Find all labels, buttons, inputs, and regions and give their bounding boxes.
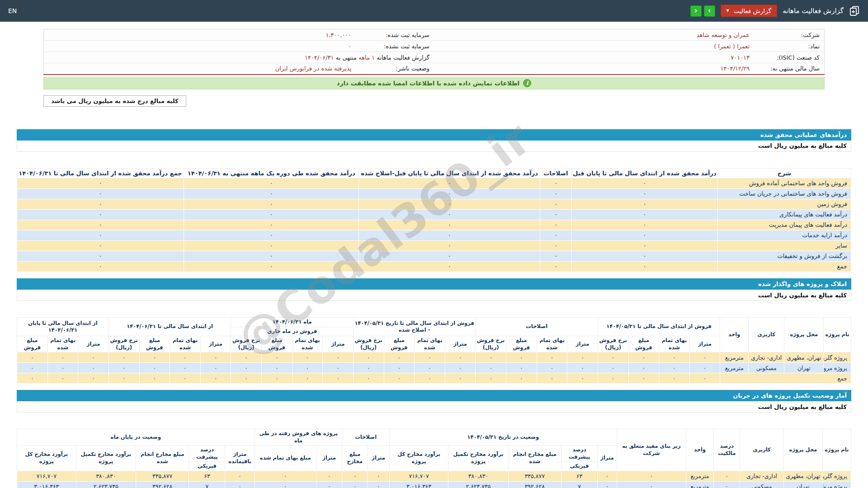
column-header: برآورد مخارج کل پروژه: [17, 446, 76, 471]
report-dropdown-label: گزارش فعالیت: [734, 7, 771, 14]
table-cell: ۰: [567, 373, 598, 384]
report-period-length: ۱ ماهه: [359, 54, 375, 61]
column-header: متراژ: [78, 336, 109, 352]
table-cell: ۰: [225, 481, 255, 488]
table-cell: ۰: [78, 352, 109, 363]
nav-next-button[interactable]: ›: [704, 5, 715, 17]
column-header: مبلغ مخارج انجام شده: [508, 446, 561, 471]
column-header: پروژه های فروش رفته در طی ماه: [255, 429, 342, 446]
table-cell: ۰: [359, 178, 540, 189]
report-period-label: گزارش فعالیت ماهانه: [377, 54, 429, 61]
table-row: درآمد فعالیت های پیمانکاری۰۰۰۰۰: [17, 210, 851, 220]
table-cell: ۰: [384, 363, 415, 373]
column-header: محل پروژه: [783, 429, 822, 471]
report-period-date: ۱۴۰۴/۰۶/۳۱: [305, 54, 334, 61]
table-cell: ۰: [184, 230, 359, 241]
column-header: وضعیت در تاریخ ۱۴۰۴/۰۵/۳۱: [389, 429, 617, 446]
table-cell: ۰: [571, 230, 717, 241]
table-cell: ۰: [47, 352, 78, 363]
report-nav-buttons: › ‹: [690, 5, 715, 17]
column-header: جمع درآمد محقق شده از ابتدای سال مالی تا…: [17, 168, 184, 178]
table-cell: ۰: [231, 373, 262, 384]
nav-prev-button[interactable]: ‹: [690, 5, 702, 17]
table-cell: ۰: [476, 373, 506, 384]
column-header: نرخ فروش (ریال): [598, 336, 628, 352]
row-label-cell: سایر: [717, 241, 851, 251]
table-cell: ۰: [108, 363, 139, 373]
report-dropdown-button[interactable]: گزارش فعالیت ▼: [721, 5, 778, 17]
table-cell: ۰: [225, 471, 255, 481]
table-row: فروش واحد های ساختمانی در جریان ساخت۰۰۰۰…: [17, 189, 851, 199]
table-cell: ۰: [506, 373, 537, 384]
row-label-cell: جمع: [717, 262, 851, 272]
table-cell: ۰: [359, 251, 540, 262]
table-cell: ۷: [561, 481, 598, 488]
table-cell: ۰: [200, 352, 231, 363]
symbol-value: ثعمرا ( ثعمرا ): [434, 41, 754, 52]
table-cell: ۰: [571, 220, 717, 230]
table-cell: ۰: [598, 481, 617, 488]
symbol-label: نماد:: [754, 41, 824, 52]
column-header: متراژ: [323, 336, 354, 352]
table-cell: ۰: [17, 230, 184, 241]
table-cell: ۳۸۰,۸۳۰: [448, 471, 508, 481]
column-header: محل پروژه: [784, 318, 824, 352]
table-cell: ۰: [139, 352, 170, 363]
table-cell: ۳۹۲,۶۲۸: [508, 481, 561, 488]
table-cell: ۰: [184, 241, 359, 251]
column-header: کاربری: [749, 318, 784, 352]
row-label-cell: پروژه گلریز: [824, 352, 851, 363]
table-cell: ۰: [659, 352, 690, 363]
transferred-projects-table-container: نام پروژهمحل پروژهکاربریواحدفروش از ابتد…: [17, 317, 851, 384]
table-cell: تهران، مطهری: [784, 352, 824, 363]
issuer-status-value: پذیرفته شده در فرابورس ایران: [44, 63, 356, 75]
table-cell: ۰: [359, 241, 540, 251]
table-cell: ۶۳: [561, 471, 598, 481]
table-row: فروش زمین۰۰۰۰۰: [17, 199, 851, 210]
table-cell: مترمربع: [720, 363, 749, 373]
table-cell: ۰: [292, 373, 323, 384]
fiscal-year-value: ۱۴۰۴/۱۲/۲۹: [434, 63, 754, 75]
column-header: فروش در ماه جاری: [231, 327, 354, 336]
table-cell: ۰: [316, 481, 342, 488]
table-cell: ۰: [17, 352, 48, 363]
column-header: بهای تمام شده: [292, 336, 323, 352]
table-cell: ۰: [17, 373, 48, 384]
table-cell: ۰: [476, 352, 506, 363]
table-cell: ۰: [231, 363, 262, 373]
table-cell: ۰: [170, 352, 201, 363]
column-header: برآورد مخارج تکمیل پروژه: [448, 446, 508, 471]
table-cell: ۰: [359, 230, 540, 241]
table-cell: ۰: [78, 373, 109, 384]
report-add-icon[interactable]: [849, 5, 860, 16]
table-row: درآمد فعالیت های پیمان مدیریت۰۰۰۰۰: [17, 220, 851, 230]
table-cell: ۰: [571, 251, 717, 262]
table-cell: ۶۳: [189, 471, 225, 481]
table-cell: ۰: [323, 363, 354, 373]
table-row: درآمد ارایه خدمات۰۰۰۰۰: [17, 230, 851, 241]
row-label-cell: درآمد ارایه خدمات: [717, 230, 851, 241]
table-cell: ۰: [537, 352, 567, 363]
table-cell: ۲,۶۲۳,۷۳۵: [448, 481, 508, 488]
table-cell: ۰: [714, 481, 740, 488]
table-cell: ۰: [231, 352, 262, 363]
table-cell: ۰: [359, 199, 540, 210]
table-cell: ۰: [628, 352, 659, 363]
caret-down-icon: ▼: [726, 9, 729, 13]
row-label-cell: پروژه مروارید کن: [824, 363, 851, 373]
language-toggle[interactable]: EN: [8, 7, 17, 14]
column-header: شرح: [717, 168, 851, 178]
monthly-activity-report-page: { "topbar": { "title": "گزارش فعالیت ماه…: [0, 0, 868, 488]
table-cell: ۰: [628, 373, 659, 384]
column-header: بهای تمام شده: [170, 336, 201, 352]
table-cell: ۰: [184, 251, 359, 262]
column-header: متراژ باقیمانده: [225, 446, 255, 471]
isic-value: ۷۰۱۰۱۳: [434, 52, 754, 63]
column-header: مبلغ فروش: [139, 336, 170, 352]
table-cell: ۰: [598, 471, 617, 481]
table-cell: ۰: [342, 481, 368, 488]
table-cell: ۰: [540, 199, 571, 210]
column-header: نرخ فروش (ریال): [353, 336, 384, 352]
table-row: جمع۰۰۰۰۰: [17, 262, 851, 272]
table-cell: ۰: [262, 373, 292, 384]
